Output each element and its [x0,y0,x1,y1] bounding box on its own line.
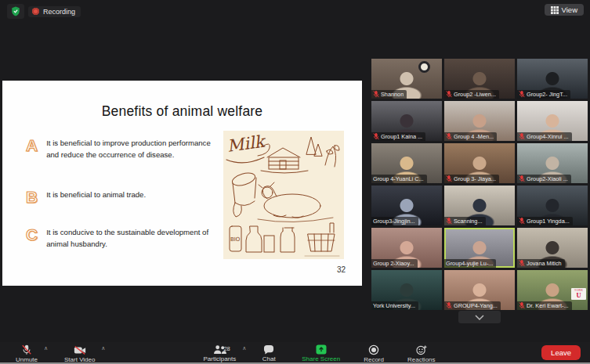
bullet-letter-b: B [26,189,38,205]
participant-tile-7[interactable]: Group 4-YuanLi C... [371,143,442,183]
bullet-text-b: It is beneficial to animal trade. [46,189,225,200]
mic-muted-icon [446,133,452,140]
milk-sketch-illustration: Milk [223,131,344,259]
participant-name-label: Dr. Keri Ewart-... [517,301,572,310]
bullet-text-c: It is conducive to the sustainable devel… [46,226,225,250]
participant-tile-9[interactable]: Group2-Xiaoli ... [517,143,588,183]
participant-name-label: Group 4 -Men... [444,132,497,141]
participant-name-label: Group 3- Jiaya... [444,175,499,183]
unmute-label: Unmute [16,356,38,363]
chat-button[interactable]: Chat [259,344,278,363]
participant-name-label: Group2-Xiaoli ... [517,175,571,183]
participant-tile-17[interactable]: GROUP4-Yang... [444,270,515,310]
view-button[interactable]: View [545,4,584,16]
participants-count: 28 [223,345,230,352]
mic-muted-icon [519,302,525,309]
reactions-button[interactable]: Reactions [407,344,436,363]
mic-muted-icon [21,344,32,355]
mic-muted-icon [446,302,452,309]
mic-muted-icon [519,175,525,182]
participants-label: Participants [203,355,236,362]
recording-indicator: Recording [7,4,81,19]
grid-view-icon [551,6,559,14]
participant-name-label: Jovana Mitich [517,259,565,268]
slide-bullet-a: A It is beneficial to improve production… [26,137,225,161]
participant-name-label: Group2- JingT... [517,90,570,99]
participant-tile-8[interactable]: Group 3- Jiaya... [444,143,515,183]
shared-screen-slide: Benefits of animal welfare A It is benef… [2,81,362,286]
participant-tile-2[interactable]: Group2 -Liwen... [444,59,515,99]
participant-tile-18[interactable]: YORKUDr. Keri Ewart-... [517,270,588,310]
video-options-caret[interactable]: ∧ [101,345,105,351]
participant-tile-11[interactable]: Scanning... [444,186,515,225]
mic-muted-icon [519,133,525,140]
illustration-bio-text: BIO [230,236,241,243]
participants-grid: ShannonGroup2 -Liwen...Group2- JingT...G… [371,59,588,310]
leave-button[interactable]: Leave [541,345,581,360]
wall-clock [418,61,430,73]
participant-name-label: York University... [371,301,418,310]
mic-muted-icon [446,91,452,98]
participant-tile-12[interactable]: Group1 Yingda... [517,186,588,225]
slide-title: Benefits of animal welfare [2,103,362,120]
meeting-toolbar: Unmute ∧ Start Video ∧ 28 Participants ∧… [0,342,590,364]
participant-name-label: Group3-Jingjin... [371,217,418,225]
record-icon [368,344,379,355]
start-video-button[interactable]: Start Video ∧ [64,344,95,363]
participant-name-label: Shannon [371,90,407,99]
scroll-participants-button[interactable] [458,311,501,323]
participants-options-caret[interactable]: ∧ [242,345,246,351]
participant-tile-14[interactable]: Group4-yujie Lu-... [444,228,515,268]
view-label: View [562,5,577,14]
participant-name-label: Group2 -Liwen... [444,90,499,99]
unmute-button[interactable]: Unmute ∧ [16,344,38,363]
participant-tile-6[interactable]: Group4-Xinrui ... [517,101,588,141]
slide-page-number: 32 [337,265,346,274]
recording-label: Recording [43,8,75,16]
participant-tile-4[interactable]: Group1 Kaina ... [371,101,442,141]
participant-tile-15[interactable]: Jovana Mitich [517,228,588,268]
share-screen-label: Share Screen [302,355,340,362]
mic-muted-icon [446,218,452,225]
participant-tile-1[interactable]: Shannon [371,59,442,99]
participant-name-label: Group1 Kaina ... [371,132,425,141]
slide-bullet-b: B It is beneficial to animal trade. [26,189,225,205]
security-shield-icon[interactable] [7,4,24,19]
participant-name-label: Scanning... [444,217,486,225]
participant-tile-3[interactable]: Group2- JingT... [517,59,588,99]
reactions-icon [416,344,427,355]
bullet-text-a: It is beneficial to improve production p… [46,137,225,161]
mic-muted-icon [373,91,379,98]
share-screen-icon [316,344,327,355]
participant-name-label: GROUP4-Yang... [444,301,501,310]
chat-icon [263,344,274,355]
participants-button[interactable]: 28 Participants ∧ [203,344,236,363]
participant-name-label: Group1 Yingda... [517,217,573,225]
audio-options-caret[interactable]: ∧ [44,345,48,351]
participant-tile-10[interactable]: Group3-Jingjin... [371,186,442,225]
bullet-letter-c: C [26,226,38,243]
participant-tile-13[interactable]: Group 2-Xiaoy... [371,228,442,268]
recording-status[interactable]: Recording [28,6,81,17]
participant-name-label: Group 2-Xiaoy... [371,259,418,268]
start-video-label: Start Video [64,356,95,363]
chevron-down-icon [475,315,484,320]
video-off-icon [74,344,86,355]
reactions-label: Reactions [407,356,436,363]
slide-bullet-c: C It is conducive to the sustainable dev… [26,226,225,250]
mic-muted-icon [373,133,379,140]
participant-tile-16[interactable]: York University... [371,270,442,310]
participant-name-label: Group4-Xinrui ... [517,132,572,141]
chat-label: Chat [262,355,276,362]
recording-dot-icon [32,8,39,15]
zoom-meeting-window: Recording View Benefits of animal welfar… [0,0,590,364]
share-screen-button[interactable]: Share Screen [302,344,340,363]
bullet-letter-a: A [26,137,38,153]
record-label: Record [364,356,384,363]
participant-name-label: Group 4-YuanLi C... [371,175,427,183]
mic-muted-icon [519,218,525,225]
york-university-logo: YORKU [571,288,586,300]
mic-muted-icon [519,91,525,98]
participant-tile-5[interactable]: Group 4 -Men... [444,101,515,141]
record-button[interactable]: Record [364,344,384,363]
